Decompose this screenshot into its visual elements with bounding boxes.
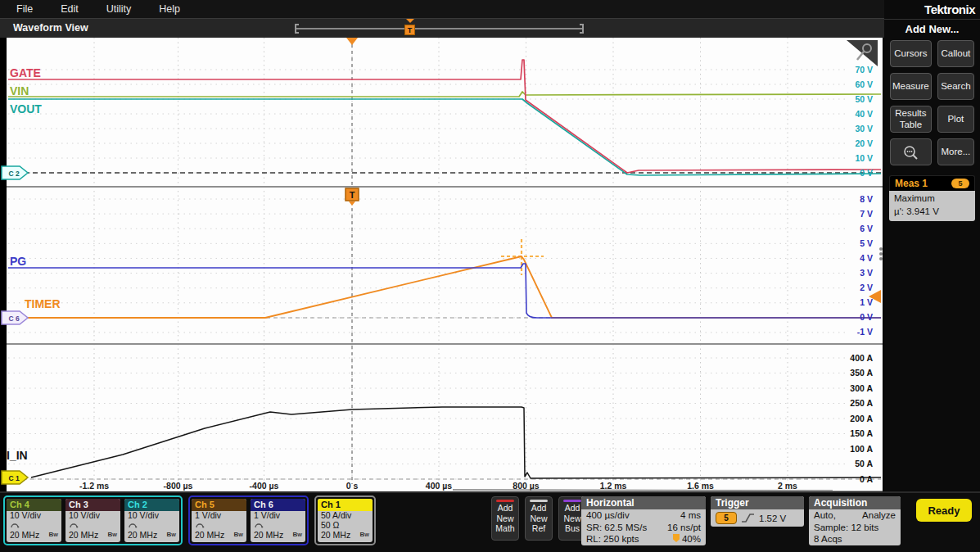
- acquisition-panel[interactable]: Acquisition Auto, Analyze Sample: 12 bit…: [809, 496, 901, 545]
- channel-scale: 10 V/div: [69, 511, 117, 521]
- channel-group: Ch 51 V/div20 MHzBWCh 61 V/div20 MHzBW: [188, 495, 309, 545]
- acquisition-analyze: Analyze: [862, 509, 896, 522]
- channel-badges: Ch 410 V/div20 MHzBWCh 310 V/div20 MHzBW…: [3, 495, 376, 545]
- horizontal-sample-rate: SR: 62.5 MS/s: [586, 522, 647, 534]
- channel-scale: 10 V/div: [128, 511, 176, 521]
- bandwidth-value: 20 MHz: [10, 531, 39, 541]
- bw-limit-icon: BW: [49, 530, 58, 541]
- channel-bandwidth: 20 MHzBW: [254, 530, 302, 541]
- menu-help[interactable]: Help: [159, 3, 180, 15]
- channel-scale: 1 V/div: [195, 511, 243, 521]
- channel-settings: 1 V/div20 MHzBW: [251, 511, 305, 542]
- meas1-type: Maximum: [894, 192, 970, 206]
- panel-grip-handle[interactable]: [879, 247, 883, 251]
- add-new-search-button[interactable]: Search: [937, 73, 974, 100]
- bw-limit-icon: BW: [293, 530, 302, 541]
- add-new-cursors-button[interactable]: Cursors: [890, 40, 932, 67]
- horizontal-resolution: 16 ns/pt: [667, 522, 701, 534]
- horizontal-position-icon: [673, 534, 680, 542]
- button-label: Add New Math: [495, 503, 514, 534]
- axis-tick-label: 1 V: [860, 297, 873, 307]
- axis-tick-label: 0 A: [860, 474, 873, 484]
- menu-edit[interactable]: Edit: [61, 3, 79, 15]
- zoom-overlay-icon[interactable]: [890, 138, 932, 165]
- axis-tick-label: 350 A: [850, 368, 873, 378]
- menu-bar: FileEditUtilityHelp: [0, 0, 980, 18]
- button-color-stripe: [563, 500, 581, 502]
- meas1-value: µ': 3.941 V: [894, 206, 970, 219]
- minimap-trigger-marker[interactable]: T: [404, 25, 415, 35]
- channel-settings: 10 V/div20 MHzBW: [65, 511, 120, 542]
- button-label: Add New Ref: [530, 503, 547, 534]
- minimap-track: [295, 28, 584, 29]
- channel-badge-ch-5[interactable]: Ch 51 V/div20 MHzBW: [192, 499, 246, 542]
- add-new-results-table-button[interactable]: Results Table: [890, 106, 932, 133]
- probe-comp-icon: [195, 521, 243, 531]
- axis-tick-label: 5 V: [860, 238, 873, 248]
- bandwidth-value: 20 MHz: [254, 531, 283, 541]
- channel-impedance: 50 Ω: [321, 521, 369, 531]
- horizontal-title: Horizontal: [581, 496, 706, 509]
- svg-text:T: T: [350, 190, 355, 200]
- time-tick-label: 800 µs: [513, 481, 539, 491]
- meas1-badge[interactable]: Meas 1 5 Maximum µ': 3.941 V: [889, 175, 975, 221]
- channel-bandwidth: 20 MHzBW: [128, 530, 176, 541]
- horizontal-position-minimap[interactable]: T: [295, 24, 584, 34]
- channel-badge-ch-2[interactable]: Ch 210 V/div20 MHzBW: [124, 499, 179, 542]
- waveform-view-bar: Waveform View T: [0, 18, 884, 38]
- channel-bandwidth: 20 MHzBW: [69, 530, 117, 541]
- add-new-callout-button[interactable]: Callout: [937, 40, 974, 67]
- channel-badge-ch-4[interactable]: Ch 410 V/div20 MHzBW: [7, 499, 61, 542]
- horizontal-panel[interactable]: Horizontal 400 µs/div 4 ms SR: 62.5 MS/s…: [581, 496, 706, 545]
- trigger-source-badge: 5: [716, 512, 737, 524]
- add-new-waveform-buttons: Add New MathAdd New RefAdd New Bus: [491, 496, 586, 541]
- axis-tick-label: 40 V: [855, 109, 873, 119]
- minimap-left-bracket: [295, 24, 299, 34]
- add-new-measure-button[interactable]: Measure: [890, 73, 932, 100]
- trace-label-pg: PG: [10, 255, 26, 268]
- axis-tick-label: 50 V: [855, 94, 873, 104]
- channel-name: Ch 2: [124, 499, 179, 511]
- axis-tick-label: 100 A: [850, 444, 873, 454]
- channel-bandwidth: 20 MHzBW: [195, 530, 243, 541]
- axis-tick-label: 50 A: [855, 459, 873, 468]
- trigger-panel[interactable]: Trigger 5 1.52 V: [711, 496, 804, 527]
- time-tick-label: -1.2 ms: [79, 481, 109, 491]
- channel-settings: 10 V/div20 MHzBW: [124, 511, 179, 542]
- channel-settings: 10 V/div20 MHzBW: [7, 511, 61, 542]
- bw-limit-icon: BW: [167, 530, 176, 541]
- axis-tick-label: 60 V: [855, 79, 873, 89]
- channel-badge-ch-1[interactable]: Ch 150 A/div50 Ω20 MHzBW: [318, 499, 373, 542]
- channel-scale: 10 V/div: [10, 511, 58, 521]
- probe-comp-icon: [128, 521, 176, 531]
- axis-tick-label: 0 V: [860, 168, 873, 178]
- channel-name: Ch 3: [65, 499, 120, 511]
- axis-tick-label: 2 V: [860, 283, 873, 292]
- add-new-header: Add New...: [884, 23, 980, 35]
- add-new-more-button[interactable]: More...: [937, 138, 974, 165]
- time-tick-label: 1.6 ms: [687, 481, 714, 491]
- add-new-ref-button[interactable]: Add New Ref: [525, 496, 553, 541]
- time-tick-label: 2 ms: [778, 481, 797, 491]
- channel-badge-ch-3[interactable]: Ch 310 V/div20 MHzBW: [65, 499, 120, 542]
- rising-edge-icon: [741, 513, 755, 523]
- time-tick-label: 400 µs: [426, 481, 452, 491]
- channel-badge-ch-6[interactable]: Ch 61 V/div20 MHzBW: [251, 499, 305, 542]
- trace-label-vout: VOUT: [10, 102, 42, 115]
- acquisition-title: Acquisition: [809, 496, 901, 509]
- axis-tick-label: 8 V: [860, 194, 873, 204]
- axis-tick-label: 300 A: [850, 383, 873, 393]
- button-color-stripe: [496, 500, 514, 502]
- channel-scale: 50 A/div: [321, 511, 369, 521]
- menu-utility[interactable]: Utility: [106, 3, 132, 15]
- minimap-trigger-pointer-icon: [406, 19, 414, 23]
- add-new-plot-button[interactable]: Plot: [937, 106, 974, 133]
- menu-file[interactable]: File: [16, 3, 33, 15]
- channel-settings: 1 V/div20 MHzBW: [192, 511, 246, 542]
- axis-tick-label: 0 V: [860, 312, 873, 322]
- add-new-math-button[interactable]: Add New Math: [491, 496, 519, 541]
- trace-label-timer: TIMER: [25, 297, 61, 310]
- axis-tick-label: 400 A: [850, 353, 873, 363]
- graticule-background: [7, 38, 883, 491]
- minimap-right-bracket: [580, 24, 584, 34]
